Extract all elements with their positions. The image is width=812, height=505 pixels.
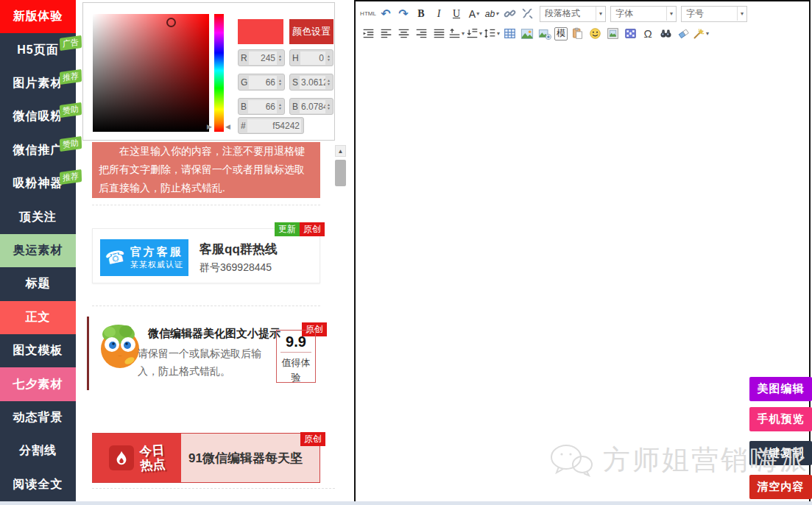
ad-badge: 广告 [60,35,82,51]
insert-video-button[interactable] [622,26,638,42]
stepper-icon[interactable]: ▲▼ [277,54,282,62]
clear-content-button[interactable]: 清空内容 [749,475,812,499]
underline-button[interactable]: U [448,6,465,22]
stepper-icon[interactable]: ▲▼ [325,79,331,86]
brightness-field[interactable]: B6.0784▲▼ [289,98,333,115]
sidebar-item-wechat-promo[interactable]: 微信推广赞助 [0,134,76,167]
paragraph-spacing-bottom-button[interactable]: ▾ [466,26,482,42]
sidebar-item-title[interactable]: 标题 [0,267,76,300]
field-value[interactable]: 245 [249,52,277,65]
eraser-button[interactable] [675,26,691,42]
find-replace-button[interactable] [657,26,674,42]
align-left-button[interactable] [378,26,394,42]
highlight-button[interactable]: ab▾ [484,6,500,22]
bold-button[interactable]: B [413,6,429,22]
paste-button[interactable] [569,26,585,42]
field-value[interactable]: 3.0612 [300,76,325,89]
sidebar-item-body-text[interactable]: 正文 [0,301,76,334]
unlink-button[interactable] [519,6,535,22]
sidebar-item-label: 标题 [26,276,51,292]
redo-button[interactable]: ↷ [395,6,412,22]
screenshot-button[interactable] [604,26,621,42]
font-color-button[interactable]: A▾ [466,6,482,22]
field-value[interactable]: 0 [300,52,325,65]
undo-button[interactable]: ↶ [378,6,394,22]
paragraph-spacing-top-button[interactable]: ▾ [448,26,465,42]
hue-arrow-right-icon[interactable]: ◀ [225,123,230,130]
editor-content-area[interactable] [356,45,809,501]
hue-field[interactable]: H0▲▼ [289,49,333,66]
field-value[interactable]: 66 [249,76,277,89]
chevron-down-icon: ▾ [479,30,482,37]
special-char-button[interactable]: Ω [640,26,656,42]
insert-table-button[interactable] [501,26,518,42]
sidebar-item-top-follow[interactable]: 顶关注 [0,200,76,233]
html-source-button[interactable]: HTML [360,6,376,22]
font-size-select[interactable]: 字号▾ [681,6,747,22]
card-tags: 更新 原创 [275,222,325,236]
color-settings-button[interactable]: 颜色设置 [289,19,333,44]
chevron-down-icon: ▾ [737,7,746,21]
sidebar-item-olympic-material[interactable]: 奥运素材 [0,234,76,267]
hue-slider[interactable] [214,14,224,132]
sidebar-item-wechat-fans[interactable]: 微信吸粉赞助 [0,100,76,133]
saturation-field[interactable]: S3.0612▲▼ [289,74,333,91]
hotspot-banner-text: 今日 热点 [139,443,166,473]
sidebar-item-fan-tool[interactable]: 吸粉神器推荐 [0,167,76,200]
align-right-button[interactable] [413,26,429,42]
card-tags: 原创 [300,432,325,446]
card-title: 客服qq群热线 [200,241,278,258]
recommend-badge: 推荐 [60,169,82,185]
format-cleanup-button[interactable]: ▾ [693,26,709,42]
sidebar-item-h5-page[interactable]: H5页面广告 [0,33,76,66]
justify-button[interactable] [431,26,447,42]
template-card-hotspot[interactable]: 原创 今日 热点 91微信编辑器每天坚 [92,433,320,483]
sidebar-item-new-version[interactable]: 新版体验 [0,0,76,33]
hue-arrow-left-icon[interactable]: ▶ [207,123,212,130]
sidebar-item-qixi-material[interactable]: 七夕素材 [0,367,76,400]
beautify-image-button[interactable]: 美图编辑 [749,377,812,401]
green-field[interactable]: G66▲▼ [238,74,285,91]
sidebar-item-dynamic-bg[interactable]: 动态背景 [0,401,76,434]
italic-button[interactable]: I [431,6,447,22]
saturation-value-square[interactable] [93,14,209,132]
divider [92,488,335,489]
field-value[interactable]: 6.0784 [300,100,325,113]
red-field[interactable]: R245▲▼ [238,49,285,66]
paragraph-format-select[interactable]: 段落格式▾ [540,6,606,22]
mobile-preview-button[interactable]: 手机预览 [749,407,812,431]
stepper-icon[interactable]: ▲▼ [325,54,331,62]
stepper-icon[interactable]: ▲▼ [325,103,331,110]
blue-field[interactable]: B66▲▼ [238,98,285,115]
sidebar-item-graphic-template[interactable]: 图文模板 [0,334,76,367]
stepper-icon[interactable]: ▲▼ [277,103,282,110]
indent-button[interactable] [360,26,376,42]
template-button[interactable]: 模 [554,27,568,40]
scrollbar-thumb[interactable] [335,160,346,186]
template-card-service[interactable]: 更新 原创 ☎ 官方客服 某某权威认证 客服qq群热线 群号369928445 [92,228,320,283]
color-cursor[interactable] [166,18,176,27]
score-value: 9.9 [280,331,311,353]
template-card-tip[interactable]: 原创 微信编辑器美化图文小提示 请保留一个或鼠标选取后输入，防止格式错乱。 9.… [92,317,320,390]
toolbar-row-2: ▾ ▾ ▾ 模 Ω ▾ [360,24,805,43]
sidebar-item-label: 微信推广 [13,143,63,158]
hex-field[interactable]: #f54242 [238,117,304,134]
field-value[interactable]: 66 [248,100,277,113]
insert-online-image-button[interactable] [537,26,553,42]
one-click-copy-button[interactable]: 一键复制 [749,441,812,465]
sidebar-item-divider-line[interactable]: 分割线 [0,434,76,467]
sponsor-badge: 赞助 [60,135,82,151]
emoji-button[interactable] [587,26,603,42]
stepper-icon[interactable]: ▲▼ [277,79,282,86]
scroll-up-button[interactable]: ▲ [335,145,346,157]
sidebar-item-image-material[interactable]: 图片素材推荐 [0,67,76,100]
insert-image-button[interactable] [519,26,535,42]
field-value[interactable]: f54242 [247,119,301,133]
sidebar-item-read-all[interactable]: 阅读全文 [0,468,76,501]
chevron-down-icon: ▾ [462,30,465,37]
line-height-button[interactable]: ▾ [484,26,500,42]
insert-link-button[interactable] [501,6,518,22]
font-family-select[interactable]: 字体▾ [610,6,677,22]
toolbar-row-1: HTML ↶ ↷ B I U A▾ ab▾ 段落格式▾ 字体▾ 字号▾ [360,4,805,24]
align-center-button[interactable] [395,26,412,42]
